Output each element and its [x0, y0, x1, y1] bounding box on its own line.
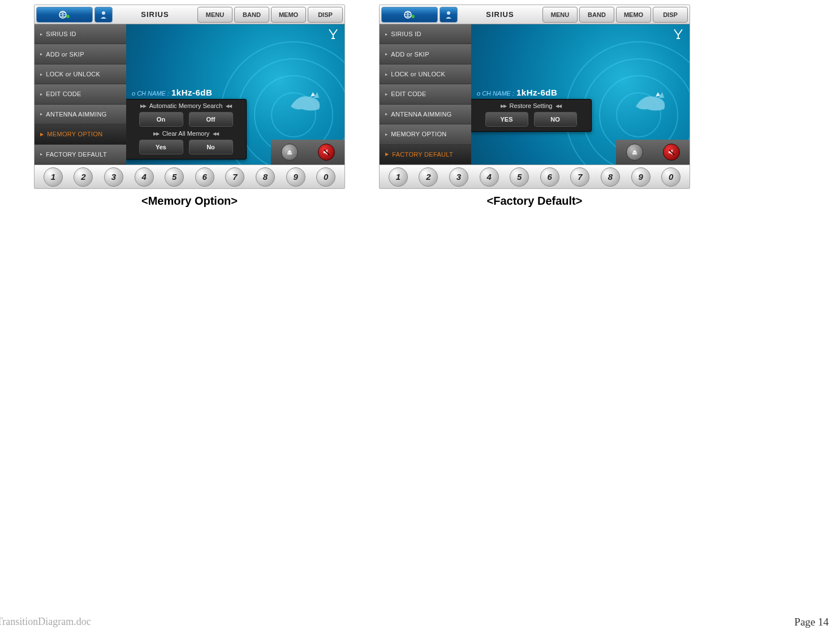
svg-point-2: [102, 11, 105, 15]
sidebar-item-lock-or-unlock[interactable]: ▸LOCK or UNLOCK: [35, 64, 126, 84]
mute-button[interactable]: [318, 144, 335, 161]
sidebar: ▸SIRIUS ID▸ADD or SKIP▸LOCK or UNLOCK▸ED…: [380, 24, 471, 165]
menu-button[interactable]: MENU: [542, 7, 578, 23]
channel-prefix: o CH NAME :: [132, 90, 169, 97]
sidebar-item-label: MEMORY OPTION: [391, 131, 446, 137]
svg-point-6: [411, 15, 415, 18]
restore-yes-button[interactable]: YES: [485, 112, 528, 127]
sidebar-item-add-or-skip[interactable]: ▸ADD or SKIP: [380, 44, 471, 64]
arrow-right-icon: ◀◀: [213, 131, 218, 136]
caption-factory: <Factory Default>: [487, 195, 583, 208]
page-footer: TransitionDiagram.doc Page 14: [0, 616, 840, 628]
bullet-icon: ▸: [385, 72, 387, 77]
svg-rect-8: [632, 153, 637, 154]
sidebar-item-sirius-id[interactable]: ▸SIRIUS ID: [35, 24, 126, 44]
globe-arrow-icon: [58, 10, 71, 20]
person-icon: [445, 10, 453, 19]
preset-2-button[interactable]: 2: [419, 167, 438, 187]
caption-memory: <Memory Option>: [141, 195, 238, 208]
dolphin-icon: [633, 87, 673, 115]
preset-9-button[interactable]: 9: [631, 167, 651, 187]
top-bar: SIRIUS MENU BAND MEMO DISP: [380, 5, 690, 24]
source-label: SIRIUS: [459, 10, 541, 19]
preset-3-button[interactable]: 3: [449, 167, 468, 187]
preset-0-button[interactable]: 0: [316, 167, 335, 187]
popup-line1: Restore Setting: [510, 102, 553, 109]
sidebar-item-antenna-aimming[interactable]: ▸ANTENNA AIMMING: [35, 105, 126, 124]
speaker-mute-icon: [322, 148, 330, 156]
preset-4-button[interactable]: 4: [480, 167, 499, 187]
preset-5-button[interactable]: 5: [510, 167, 529, 187]
sidebar-item-antenna-aimming[interactable]: ▸ANTENNA AIMMING: [380, 105, 471, 124]
arrow-left-icon: ▶▶: [140, 103, 146, 109]
person-icon: [100, 10, 107, 19]
footer-filename: TransitionDiagram.doc: [0, 616, 91, 628]
clear-memory-yes-button[interactable]: Yes: [139, 140, 183, 154]
sidebar-item-factory-default[interactable]: ▶FACTORY DEFAULT: [380, 145, 471, 165]
mute-button[interactable]: [663, 144, 680, 161]
preset-9-button[interactable]: 9: [286, 167, 305, 187]
menu-button[interactable]: MENU: [197, 7, 232, 23]
preset-5-button[interactable]: 5: [165, 167, 184, 187]
sidebar-item-memory-option[interactable]: ▶MEMORY OPTION: [35, 124, 126, 144]
eject-icon: [286, 148, 294, 156]
channel-value: 1kHz-6dB: [516, 88, 557, 97]
restore-no-button[interactable]: NO: [534, 112, 577, 127]
sidebar-item-sirius-id[interactable]: ▸SIRIUS ID: [380, 24, 471, 44]
preset-7-button[interactable]: 7: [570, 167, 589, 187]
sidebar-item-factory-default[interactable]: ▸FACTORY DEFAULT: [35, 145, 126, 165]
disp-button[interactable]: DISP: [308, 7, 343, 23]
preset-8-button[interactable]: 8: [601, 167, 620, 187]
bullet-icon: ▸: [40, 152, 42, 157]
band-button[interactable]: BAND: [234, 7, 269, 23]
preset-4-button[interactable]: 4: [135, 167, 154, 187]
preset-number-row: 1234567890: [35, 165, 344, 188]
sidebar-item-label: ANTENNA AIMMING: [391, 111, 451, 118]
preset-7-button[interactable]: 7: [225, 167, 244, 187]
sidebar-item-label: ANTENNA AIMMING: [46, 111, 106, 118]
nav-prev-button[interactable]: [381, 7, 438, 23]
popup-line2: Clear All Memory: [162, 130, 210, 137]
arrow-right-icon: ◀◀: [555, 103, 561, 109]
sidebar-item-label: FACTORY DEFAULT: [46, 151, 107, 158]
preset-3-button[interactable]: 3: [104, 167, 123, 187]
sidebar-item-lock-or-unlock[interactable]: ▸LOCK or UNLOCK: [380, 64, 471, 84]
eject-button[interactable]: [626, 144, 643, 161]
disp-button[interactable]: DISP: [653, 7, 688, 23]
sidebar-item-edit-code[interactable]: ▸EDIT CODE: [35, 84, 126, 104]
device-screen-factory: SIRIUS MENU BAND MEMO DISP ▸SIRIUS ID▸AD…: [379, 5, 690, 189]
right-control-bar: [616, 140, 690, 165]
preset-1-button[interactable]: 1: [44, 167, 63, 187]
eject-button[interactable]: [281, 144, 298, 161]
bullet-icon: ▸: [385, 132, 387, 137]
popup-line1: Automatic Memory Search: [149, 102, 223, 109]
preset-6-button[interactable]: 6: [540, 167, 559, 187]
preset-2-button[interactable]: 2: [74, 167, 93, 187]
popup-row-1-title: ▶▶ Restore Setting ◀◀: [475, 102, 587, 109]
auto-memory-off-button[interactable]: Off: [189, 112, 233, 127]
memo-button[interactable]: MEMO: [616, 7, 651, 23]
band-button[interactable]: BAND: [579, 7, 614, 23]
dolphin-icon: [288, 87, 328, 115]
preset-8-button[interactable]: 8: [256, 167, 275, 187]
memo-button[interactable]: MEMO: [271, 7, 306, 23]
sidebar-item-label: EDIT CODE: [391, 90, 426, 97]
svg-point-7: [447, 11, 450, 15]
nav-next-button[interactable]: [440, 7, 458, 23]
nav-prev-button[interactable]: [36, 7, 93, 23]
popup-row-1-title: ▶▶ Automatic Memory Search ◀◀: [130, 102, 242, 109]
bullet-icon: ▸: [40, 111, 42, 117]
preset-0-button[interactable]: 0: [661, 167, 680, 187]
sidebar-item-edit-code[interactable]: ▸EDIT CODE: [380, 84, 471, 104]
nav-next-button[interactable]: [94, 7, 113, 23]
sidebar-item-label: SIRIUS ID: [391, 31, 421, 37]
globe-arrow-icon: [403, 10, 416, 20]
bullet-icon: ▸: [385, 111, 387, 117]
sidebar-item-memory-option[interactable]: ▸MEMORY OPTION: [380, 124, 471, 144]
bullet-icon: ▸: [385, 51, 387, 57]
auto-memory-on-button[interactable]: On: [139, 112, 183, 127]
sidebar-item-add-or-skip[interactable]: ▸ADD or SKIP: [35, 44, 126, 64]
clear-memory-no-button[interactable]: No: [189, 140, 233, 154]
preset-1-button[interactable]: 1: [389, 167, 408, 187]
preset-6-button[interactable]: 6: [195, 167, 214, 187]
